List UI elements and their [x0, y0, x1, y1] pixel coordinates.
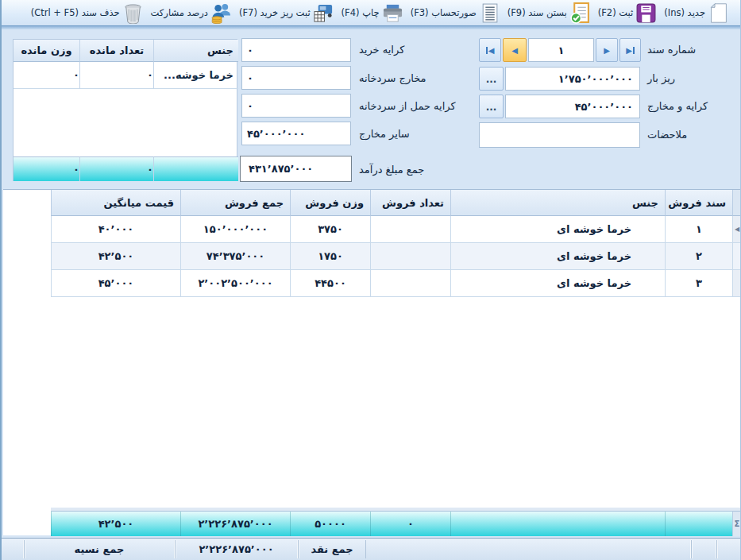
row-indicator: [732, 243, 741, 270]
total-income-label: جمع مبلغ درآمد: [359, 164, 424, 176]
statusbar-segment: [716, 540, 741, 558]
transport-from-storage-label: کرایه حمل از سردخانه: [359, 100, 456, 112]
table-row[interactable]: ۴۲٬۵۰۰ ۷۴٬۳۷۵٬۰۰۰ ۱۷۵۰ خرما خوشه ای ۲: [3, 243, 741, 270]
toolbar-separator: [2, 25, 740, 29]
cell-total[interactable]: ۲٬۰۰۲٬۵۰۰٬۰۰۰: [180, 270, 290, 297]
freight-expenses-field[interactable]: ۴۵٬۰۰۰٬۰۰۰: [505, 95, 640, 118]
sales-header-item[interactable]: جنس: [450, 190, 665, 216]
nav-next-button[interactable]: ▶: [596, 38, 618, 62]
riz-bar-browse-button[interactable]: ...: [479, 67, 504, 91]
summary-qty: ۰: [370, 511, 450, 536]
credit-total-label: جمع نسیه: [24, 540, 175, 558]
cell-doc[interactable]: ۱: [665, 216, 732, 243]
cell-avg-price[interactable]: ۴۰٬۰۰۰: [51, 216, 180, 243]
invoice-button[interactable]: صورتحساب (F3): [411, 2, 500, 24]
summary-avg-price: ۴۲٬۵۰۰: [51, 511, 180, 536]
truck-grid-icon: [313, 2, 334, 24]
arrow-last-icon: ▶: [626, 46, 632, 55]
doc-number-field[interactable]: ۱: [528, 38, 594, 62]
cell-total[interactable]: ۱۵۰٬۰۰۰٬۰۰۰: [180, 216, 290, 243]
riz-bar-label: ریز بار: [647, 72, 675, 84]
cell-weight[interactable]: ۴۴۵۰۰: [290, 270, 370, 297]
new-document-label: جدید (Ins): [664, 7, 705, 18]
print-label: چاپ (F4): [342, 7, 380, 18]
printer-icon: [382, 2, 403, 24]
purchase-freight-field[interactable]: ۰: [241, 38, 351, 62]
sales-header-qty[interactable]: تعداد فروش: [370, 190, 450, 216]
new-document-button[interactable]: جدید (Ins): [664, 2, 729, 24]
stock-header-qty-remaining[interactable]: تعداد مانده: [79, 40, 153, 62]
close-document-label: بستن سند (F9): [508, 7, 567, 18]
transport-from-storage-field[interactable]: ۰: [241, 94, 351, 118]
summary-doc: [665, 511, 732, 536]
sales-header-indicator: [732, 190, 741, 216]
arrow-first-icon: ◀: [488, 46, 495, 55]
stock-cell-weight[interactable]: ۰: [14, 62, 79, 89]
invoice-label: صورتحساب (F3): [411, 7, 477, 18]
cell-item[interactable]: خرما خوشه ای: [450, 216, 665, 243]
stock-header-item[interactable]: جنس: [153, 40, 238, 62]
cell-avg-price[interactable]: ۴۲٬۵۰۰: [51, 243, 180, 270]
cell-weight[interactable]: ۱۷۵۰: [290, 243, 370, 270]
statusbar: جمع نسیه ۲٬۲۲۶٬۸۷۵٬۰۰۰ جمع نقد: [2, 538, 740, 560]
stock-summary-weight: ۰: [14, 156, 79, 181]
stock-cell-qty[interactable]: ۰: [79, 62, 153, 89]
cell-item[interactable]: خرما خوشه ای: [450, 243, 665, 270]
delete-document-button[interactable]: حذف سند (Ctrl + F5): [31, 2, 144, 24]
purchase-freight-label: کرایه خرید: [359, 44, 404, 56]
bar: [633, 47, 635, 54]
toolbar: جدید (Ins) ثبت (F2) بستن سند (F9) صورتحس…: [2, 0, 740, 25]
cold-storage-expenses-label: مخارج سردخانه: [359, 72, 426, 84]
save-button[interactable]: ثبت (F2): [598, 2, 658, 24]
cell-weight[interactable]: ۳۷۵۰: [290, 216, 370, 243]
riz-bar-field[interactable]: ۱٬۷۵۰٬۰۰۰٬۰۰۰: [505, 67, 640, 91]
stock-cell-item[interactable]: خرما خوشه...: [153, 62, 238, 89]
arrow-next-icon: ▶: [604, 46, 610, 55]
sales-header-weight[interactable]: وزن فروش: [290, 190, 370, 216]
freight-expenses-browse-button[interactable]: ...: [479, 95, 504, 118]
register-purchase-details-button[interactable]: ثبت ریز خرید (F7): [239, 2, 334, 24]
nav-prev-button[interactable]: ◀: [503, 38, 527, 62]
sales-table: قیمت میانگین جمع فروش وزن فروش تعداد فرو…: [3, 189, 741, 535]
summary-item: [450, 511, 665, 536]
other-expenses-field[interactable]: ۴۵٬۰۰۰٬۰۰۰: [241, 122, 351, 145]
remaining-stock-table: وزن مانده تعداد مانده جنس ۰ ۰ خرما خوشه.…: [13, 39, 237, 181]
table-row[interactable]: ۴۰٬۰۰۰ ۱۵۰٬۰۰۰٬۰۰۰ ۳۷۵۰ خرما خوشه ای ۱ ◀: [3, 216, 741, 243]
sales-header-row: قیمت میانگین جمع فروش وزن فروش تعداد فرو…: [3, 190, 741, 216]
sales-header-total[interactable]: جمع فروش: [180, 190, 290, 216]
floppy-disk-icon: [635, 2, 657, 24]
people-coins-icon: [210, 2, 232, 24]
checklist-check-icon: [569, 2, 591, 24]
stock-header-weight-remaining[interactable]: وزن مانده: [14, 40, 79, 62]
other-expenses-label: سایر مخارج: [359, 128, 410, 140]
cell-item[interactable]: خرما خوشه ای: [450, 270, 665, 297]
cell-doc[interactable]: ۳: [665, 270, 732, 297]
sigma-icon: Σ: [732, 511, 741, 536]
cash-total-label: جمع نقد: [298, 540, 366, 558]
partnership-percent-button[interactable]: درصد مشارکت: [151, 2, 232, 24]
app-window: جدید (Ins) ثبت (F2) بستن سند (F9) صورتحس…: [0, 0, 741, 560]
nav-last-button[interactable]: ▶: [619, 38, 641, 62]
cell-avg-price[interactable]: ۴۵٬۰۰۰: [51, 270, 180, 297]
sales-header-doc[interactable]: سند فروش: [665, 190, 732, 216]
cell-qty[interactable]: [370, 270, 450, 297]
stock-summary-qty: ۰: [79, 156, 153, 181]
invoice-document-icon: [479, 2, 500, 24]
cell-qty[interactable]: [370, 243, 450, 270]
table-row[interactable]: ۴۵٬۰۰۰ ۲٬۰۰۲٬۵۰۰٬۰۰۰ ۴۴۵۰۰ خرما خوشه ای …: [3, 270, 741, 297]
statusbar-segment: [691, 540, 716, 558]
print-button[interactable]: چاپ (F4): [342, 2, 403, 24]
row-indicator: [732, 270, 741, 297]
close-document-button[interactable]: بستن سند (F9): [508, 2, 591, 24]
nav-first-button[interactable]: ◀: [479, 38, 501, 62]
cold-storage-expenses-field[interactable]: ۰: [241, 66, 351, 90]
arrow-prev-icon: ◀: [511, 46, 518, 55]
cell-doc[interactable]: ۲: [665, 243, 732, 270]
delete-document-label: حذف سند (Ctrl + F5): [31, 7, 120, 18]
notes-label: ملاحضات: [647, 129, 687, 141]
cell-total[interactable]: ۷۴٬۳۷۵٬۰۰۰: [180, 243, 290, 270]
notes-field[interactable]: [479, 122, 640, 148]
partnership-percent-label: درصد مشارکت: [151, 7, 208, 18]
cell-qty[interactable]: [370, 216, 450, 243]
sales-header-avg-price[interactable]: قیمت میانگین: [51, 190, 180, 216]
